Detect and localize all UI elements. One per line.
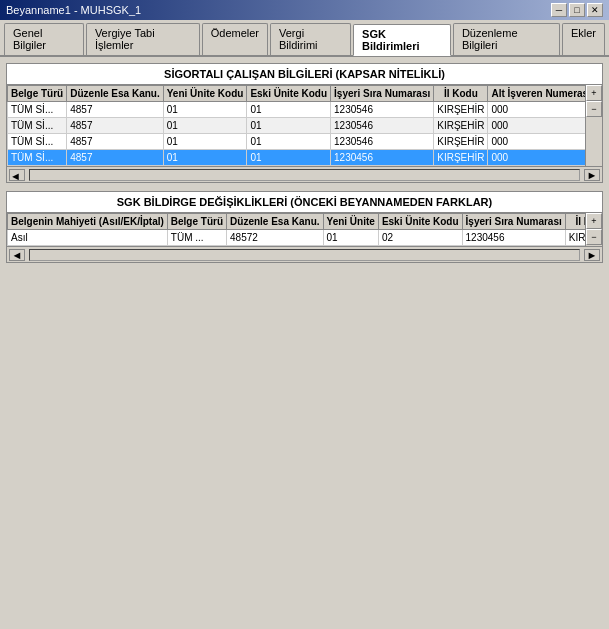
minimize-button[interactable]: ─ [551, 3, 567, 17]
table-cell: 4857 [67, 150, 163, 166]
section1-title: SİGORTALI ÇALIŞAN BİLGİLERİ (KAPSAR NİTE… [7, 64, 602, 85]
table-cell: 01 [163, 118, 247, 134]
column-header: İşyeri Sıra Numarası [331, 86, 434, 102]
table-cell: 01 [247, 102, 331, 118]
title-bar-text: Beyanname1 - MUHSGK_1 [6, 4, 141, 16]
section1-table: Belge TürüDüzenle Esa Kanu.Yeni Ünite Ko… [7, 85, 585, 166]
table-cell: TÜM ... [167, 230, 226, 246]
title-bar-buttons: ─ □ ✕ [551, 3, 603, 17]
tab-bar: Genel BilgilerVergiye Tabi İşlemlerÖdeme… [0, 20, 609, 57]
tab-sgk-bildirimleri[interactable]: SGK Bildirimleri [353, 24, 451, 56]
section2-remove-button[interactable]: − [586, 229, 602, 245]
table-cell: 000 [488, 134, 585, 150]
section2-add-button[interactable]: + [586, 213, 602, 229]
tab-vergiye-tabi-i̇şlemler[interactable]: Vergiye Tabi İşlemler [86, 23, 200, 55]
table-cell: 000 [488, 150, 585, 166]
table-cell: KIRŞEHİR [434, 134, 488, 150]
column-header: Düzenle Esa Kanu. [67, 86, 163, 102]
table-cell: 01 [163, 102, 247, 118]
table-row[interactable]: TÜM Sİ...485701011230546KIRŞEHİR00014523… [8, 118, 586, 134]
column-header: Eski Ünite Kodu [247, 86, 331, 102]
table-row[interactable]: AsılTÜM ...4857201021230456KIRŞEHİR00012… [8, 230, 586, 246]
column-header: Alt İşveren Numeras. [488, 86, 585, 102]
tab-ödemeler[interactable]: Ödemeler [202, 23, 268, 55]
table-cell: 48572 [227, 230, 323, 246]
section2-title: SGK BİLDİRGE DEĞİŞİKLİKLERİ (ÖNCEKİ BEYA… [7, 192, 602, 213]
section1-add-button[interactable]: + [586, 85, 602, 101]
table-cell: 000 [488, 102, 585, 118]
column-header: Yeni Ünite Kodu [163, 86, 247, 102]
column-header: Yeni Ünite [323, 214, 378, 230]
column-header: İl Kodu [565, 214, 585, 230]
column-header: İl Kodu [434, 86, 488, 102]
section2-scrollbar[interactable]: ◄ ► [7, 246, 602, 262]
table-cell: TÜM Sİ... [8, 150, 67, 166]
table-cell: KIRŞEHİR [565, 230, 585, 246]
table-cell: 1230546 [331, 134, 434, 150]
table-cell: 02 [378, 230, 462, 246]
restore-button[interactable]: □ [569, 3, 585, 17]
table-cell: 01 [163, 134, 247, 150]
table-cell: 01 [247, 118, 331, 134]
table-row[interactable]: TÜM Sİ...485701011230546KIRŞEHİR00014503… [8, 134, 586, 150]
tab-genel-bilgiler[interactable]: Genel Bilgiler [4, 23, 84, 55]
table-row[interactable]: TÜM Sİ...485701011230456KIRŞEHİR00012546… [8, 150, 586, 166]
title-bar: Beyanname1 - MUHSGK_1 ─ □ ✕ [0, 0, 609, 20]
section1-remove-button[interactable]: − [586, 101, 602, 117]
table-cell: 01 [247, 150, 331, 166]
table-cell: TÜM Sİ... [8, 118, 67, 134]
table-cell: 1230546 [331, 102, 434, 118]
table-cell: 4857 [67, 102, 163, 118]
section2-table-container[interactable]: Belgenin Mahiyeti (Asıl/EK/İptal)Belge T… [7, 213, 585, 246]
section1-scrollbar[interactable]: ◄ ► [7, 166, 602, 182]
column-header: Belge Türü [8, 86, 67, 102]
main-content: SİGORTALI ÇALIŞAN BİLGİLERİ (KAPSAR NİTE… [0, 57, 609, 629]
table-cell: TÜM Sİ... [8, 134, 67, 150]
table-cell: KIRŞEHİR [434, 102, 488, 118]
table-cell: 01 [163, 150, 247, 166]
column-header: Eski Ünite Kodu [378, 214, 462, 230]
table-cell: 1230456 [462, 230, 565, 246]
tab-ekler[interactable]: Ekler [562, 23, 605, 55]
column-header: Düzenle Esa Kanu. [227, 214, 323, 230]
table-cell: TÜM Sİ... [8, 102, 67, 118]
section1: SİGORTALI ÇALIŞAN BİLGİLERİ (KAPSAR NİTE… [6, 63, 603, 183]
close-button[interactable]: ✕ [587, 3, 603, 17]
table-cell: 1230546 [331, 118, 434, 134]
table-cell: KIRŞEHİR [434, 118, 488, 134]
table-cell: KIRŞEHİR [434, 150, 488, 166]
table-cell: 4857 [67, 134, 163, 150]
column-header: Belge Türü [167, 214, 226, 230]
table-cell: 4857 [67, 118, 163, 134]
table-cell: 01 [247, 134, 331, 150]
section2: SGK BİLDİRGE DEĞİŞİKLİKLERİ (ÖNCEKİ BEYA… [6, 191, 603, 263]
tab-düzenleme-bilgileri[interactable]: Düzenleme Bilgileri [453, 23, 560, 55]
column-header: İşyeri Sıra Numarası [462, 214, 565, 230]
section2-table: Belgenin Mahiyeti (Asıl/EK/İptal)Belge T… [7, 213, 585, 246]
table-cell: Asıl [8, 230, 168, 246]
table-cell: 01 [323, 230, 378, 246]
column-header: Belgenin Mahiyeti (Asıl/EK/İptal) [8, 214, 168, 230]
table-row[interactable]: TÜM Sİ...485701011230546KIRŞEHİR00012345… [8, 102, 586, 118]
table-cell: 000 [488, 118, 585, 134]
tab-vergi-bildirimi[interactable]: Vergi Bildirimi [270, 23, 351, 55]
section1-table-container[interactable]: Belge TürüDüzenle Esa Kanu.Yeni Ünite Ko… [7, 85, 585, 166]
table-cell: 1230456 [331, 150, 434, 166]
